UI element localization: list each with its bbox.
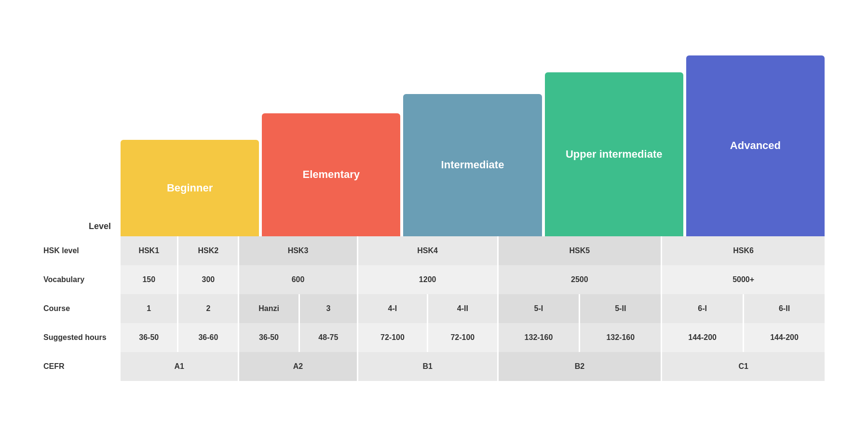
bar-section: Level BeginnerElementaryIntermediateUppe… [43, 53, 825, 236]
hsk-cell-1: HSK2 [177, 236, 238, 265]
vocab-cell-2: 600 [238, 265, 357, 294]
row-hours: Suggested hours36-5036-6036-5048-7572-10… [43, 323, 825, 352]
hours-cell-0: 36-50 [121, 323, 177, 352]
hsk-cell-5: HSK6 [661, 236, 825, 265]
course-cell-7: 5-II [579, 294, 661, 323]
hours-cell-6: 132-160 [497, 323, 579, 352]
hsk-label: HSK level [43, 236, 121, 265]
course-cell-3: 3 [298, 294, 357, 323]
bar-beginner: Beginner [121, 140, 259, 236]
course-cell-2: Hanzi [238, 294, 298, 323]
row-cefr: CEFRA1A2B1B2C1 [43, 352, 825, 381]
hsk-cell-2: HSK3 [238, 236, 357, 265]
cefr-cell-2: B1 [357, 352, 497, 381]
data-table: HSK levelHSK1HSK2HSK3HSK4HSK5HSK6Vocabul… [43, 236, 825, 381]
course-cell-8: 6-I [661, 294, 743, 323]
bar-group-intermediate: Intermediate [403, 94, 542, 236]
row-course: Course12Hanzi34-I4-II5-I5-II6-I6-II [43, 294, 825, 323]
course-cell-0: 1 [121, 294, 177, 323]
course-cell-1: 2 [177, 294, 238, 323]
vocab-label: Vocabulary [43, 265, 121, 294]
bar-group-beginner: Beginner [121, 140, 259, 236]
course-cell-4: 4-I [357, 294, 427, 323]
bar-upper-intermediate: Upper intermediate [545, 72, 683, 236]
vocab-cell-5: 5000+ [661, 265, 825, 294]
bar-label-upper-intermediate: Upper intermediate [566, 148, 663, 162]
vocab-cell-1: 300 [177, 265, 238, 294]
vocab-cell-0: 150 [121, 265, 177, 294]
row-hsk: HSK levelHSK1HSK2HSK3HSK4HSK5HSK6 [43, 236, 825, 265]
bar-label-elementary: Elementary [302, 168, 360, 182]
cefr-cell-3: B2 [497, 352, 661, 381]
vocab-cell-3: 1200 [357, 265, 497, 294]
hours-cell-9: 144-200 [743, 323, 825, 352]
row-vocab: Vocabulary150300600120025005000+ [43, 265, 825, 294]
bar-label-beginner: Beginner [167, 181, 213, 195]
bar-label-advanced: Advanced [730, 139, 781, 153]
chart-container: Level BeginnerElementaryIntermediateUppe… [24, 43, 844, 391]
bar-advanced: Advanced [686, 55, 825, 236]
cefr-cell-0: A1 [121, 352, 238, 381]
bar-elementary: Elementary [262, 113, 400, 236]
cefr-cell-1: A2 [238, 352, 357, 381]
level-label: Level [43, 221, 121, 231]
course-label: Course [43, 294, 121, 323]
hours-cell-1: 36-60 [177, 323, 238, 352]
bar-intermediate: Intermediate [403, 94, 542, 236]
hours-cell-2: 36-50 [238, 323, 298, 352]
cefr-label: CEFR [43, 352, 121, 381]
bar-label-intermediate: Intermediate [441, 158, 504, 172]
hours-label: Suggested hours [43, 323, 121, 352]
hours-cell-7: 132-160 [579, 323, 661, 352]
hours-cell-4: 72-100 [357, 323, 427, 352]
bar-group-elementary: Elementary [262, 113, 400, 236]
course-cell-5: 4-II [427, 294, 497, 323]
bar-group-upper-intermediate: Upper intermediate [545, 72, 683, 236]
hours-cell-3: 48-75 [298, 323, 357, 352]
vocab-cell-4: 2500 [497, 265, 661, 294]
hours-cell-5: 72-100 [427, 323, 497, 352]
label-column: Level [43, 221, 121, 236]
course-cell-6: 5-I [497, 294, 579, 323]
bar-group-advanced: Advanced [686, 55, 825, 236]
cefr-cell-4: C1 [661, 352, 825, 381]
bars-area: BeginnerElementaryIntermediateUpper inte… [121, 55, 825, 236]
hsk-cell-0: HSK1 [121, 236, 177, 265]
hours-cell-8: 144-200 [661, 323, 743, 352]
hsk-cell-3: HSK4 [357, 236, 497, 265]
hsk-cell-4: HSK5 [497, 236, 661, 265]
course-cell-9: 6-II [743, 294, 825, 323]
